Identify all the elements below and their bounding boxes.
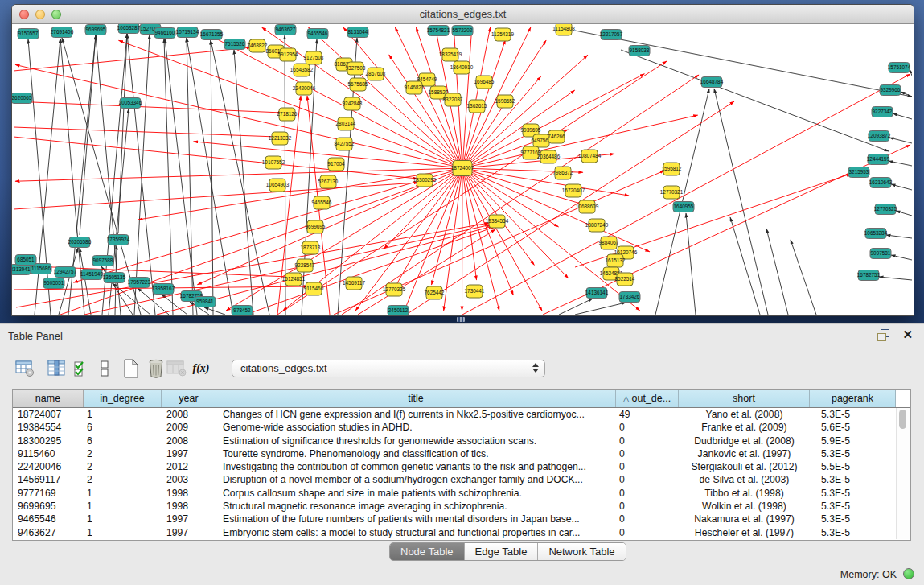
column-header-short[interactable]: short — [679, 390, 810, 407]
cell-name[interactable]: 19384554 — [13, 421, 84, 434]
cell-outde[interactable]: 0 — [616, 460, 679, 473]
cell-name[interactable]: 22420046 — [13, 460, 84, 473]
graph-node[interactable]: 11254319 — [491, 28, 514, 41]
graph-node[interactable]: 1615132 — [606, 254, 626, 267]
graph-node[interactable]: 5675685 — [348, 78, 368, 91]
graph-node[interactable]: 3313941 — [12, 265, 31, 275]
graph-node[interactable]: 12770321 — [660, 186, 684, 199]
column-header-name[interactable]: name — [13, 390, 84, 407]
graph-node[interactable]: 22420046 — [293, 82, 316, 95]
graph-node[interactable]: 18640910 — [450, 61, 474, 74]
graph-node[interactable]: 8427552 — [335, 138, 355, 150]
graph-node[interactable]: 9127508 — [304, 51, 324, 64]
cell-year[interactable]: 2009 — [162, 421, 216, 434]
graph-node[interactable]: 5912954 — [278, 48, 298, 61]
cell-short[interactable]: Yano et al. (2008) — [679, 408, 810, 421]
graph-node[interactable]: 20206586 — [68, 237, 92, 248]
graph-node[interactable]: 13505135 — [103, 273, 126, 283]
graph-node[interactable]: 9227342 — [872, 107, 893, 117]
memory-ok-indicator[interactable] — [903, 568, 914, 579]
graph-node[interactable]: 12217057 — [600, 30, 623, 40]
cell-short[interactable]: Franke et al. (2009) — [679, 421, 810, 434]
graph-hub-node[interactable]: 18724007 — [451, 161, 474, 176]
graph-node[interactable]: 9465546 — [307, 29, 328, 39]
cell-short[interactable]: de Silva et al. (2003) — [679, 473, 810, 486]
show-columns-button[interactable] — [46, 357, 68, 380]
graph-node[interactable]: 12770325 — [383, 283, 406, 296]
graph-node[interactable]: 9329966 — [880, 85, 901, 96]
graph-node[interactable]: 15754821 — [427, 26, 450, 36]
graph-node[interactable]: 17359924 — [107, 235, 130, 245]
graph-node[interactable]: 685051 — [15, 255, 36, 266]
cell-year[interactable]: 1998 — [162, 487, 216, 500]
graph-node[interactable]: 12213332 — [269, 132, 292, 145]
graph-node[interactable]: 16210643 — [869, 178, 893, 188]
graph-node[interactable]: 18300295 — [413, 174, 437, 187]
graph-node[interactable]: 10653284 — [864, 229, 888, 239]
graph-node[interactable]: 8322037 — [443, 93, 463, 106]
cell-name[interactable]: 14569117 — [13, 473, 84, 486]
cell-outde[interactable]: 0 — [616, 487, 679, 500]
graph-node[interactable]: 10688609 — [576, 200, 599, 213]
graph-node[interactable]: 10807484 — [578, 150, 602, 163]
graph-node[interactable]: 10654903 — [266, 179, 290, 192]
cell-year[interactable]: 2008 — [162, 408, 216, 421]
table-scrollbar[interactable] — [896, 408, 910, 539]
network-canvas[interactable]: 9150557276914069699695106532871527002946… — [12, 24, 912, 315]
graph-node[interactable]: 16543582 — [290, 64, 314, 76]
graph-node[interactable]: 14136141 — [585, 288, 609, 299]
graph-node[interactable]: 9097588 — [92, 256, 113, 266]
graph-node[interactable]: 27691406 — [51, 27, 74, 38]
graph-node[interactable]: 9463627 — [275, 25, 296, 35]
cell-indegree[interactable]: 6 — [84, 421, 162, 434]
graph-node[interactable]: 9150557 — [18, 29, 39, 39]
cell-indegree[interactable]: 2 — [84, 473, 162, 486]
graph-node[interactable]: 17957223 — [128, 278, 151, 288]
graph-node[interactable]: 9466160 — [154, 28, 175, 39]
graph-node[interactable]: 12770325 — [874, 204, 897, 215]
graph-node[interactable]: 7515526 — [224, 39, 245, 50]
cell-year[interactable]: 1997 — [162, 447, 216, 460]
cell-indegree[interactable]: 1 — [84, 500, 162, 513]
column-header-pagerank[interactable]: pagerank — [810, 390, 896, 407]
delete-table-button[interactable] — [166, 357, 188, 380]
function-builder-button[interactable]: f(x) — [190, 357, 212, 380]
graph-node[interactable]: 5267130 — [318, 175, 339, 188]
tab-edge-table[interactable]: Edge Table — [465, 543, 539, 560]
graph-node[interactable]: 2718126 — [277, 108, 298, 121]
cell-short[interactable]: Stergiakouli et al. (2012) — [679, 460, 810, 473]
graph-node[interactable]: 10653287 — [117, 24, 141, 34]
cell-name[interactable]: 9699695 — [13, 500, 84, 513]
graph-node[interactable]: 15751074 — [888, 63, 911, 73]
graph-node[interactable]: 9146821 — [405, 81, 425, 94]
cell-short[interactable]: Dudbridge et al. (2008) — [679, 435, 810, 447]
splitter-grip[interactable] — [457, 317, 465, 322]
graph-node[interactable]: 10107552 — [262, 156, 285, 169]
graph-node[interactable]: 917004 — [327, 158, 345, 171]
graph-node[interactable]: 12444159 — [867, 154, 890, 165]
cell-year[interactable]: 2003 — [162, 473, 216, 486]
graph-node[interactable]: 1696485 — [474, 76, 495, 89]
graph-node[interactable]: 9699695 — [85, 25, 106, 35]
graph-node[interactable]: 9699695 — [306, 220, 326, 233]
table-row[interactable]: 946362711997Embryonic stem cells: a mode… — [13, 526, 910, 539]
cell-short[interactable]: Jankovic et al. (1997) — [679, 447, 810, 460]
graph-node[interactable]: 2450112 — [388, 306, 409, 315]
cell-title[interactable]: Disruption of a novel member of a sodium… — [216, 473, 616, 486]
cell-title[interactable]: Estimation of the future numbers of pati… — [216, 513, 616, 525]
graph-node[interactable]: 20053346 — [119, 98, 142, 109]
cell-year[interactable]: 1997 — [162, 526, 216, 539]
graph-node[interactable]: 9505051 — [43, 278, 64, 289]
cell-name[interactable]: 9463627 — [13, 526, 84, 539]
cell-indegree[interactable]: 6 — [84, 435, 162, 447]
graph-node[interactable]: 2867608 — [366, 68, 386, 80]
cell-outde[interactable]: 0 — [616, 473, 679, 486]
graph-node[interactable]: 1873713 — [301, 241, 321, 254]
graph-node[interactable]: 9465546 — [312, 196, 332, 209]
graph-node[interactable]: 12093872 — [868, 131, 891, 142]
cell-outde[interactable]: 0 — [616, 421, 679, 434]
table-row[interactable]: 2242004622012Investigating the contribut… — [13, 460, 910, 473]
delete-entries-button[interactable] — [145, 357, 167, 380]
deselect-all-button[interactable] — [94, 357, 117, 380]
cell-short[interactable]: Wolkin et al. (1998) — [679, 500, 810, 513]
